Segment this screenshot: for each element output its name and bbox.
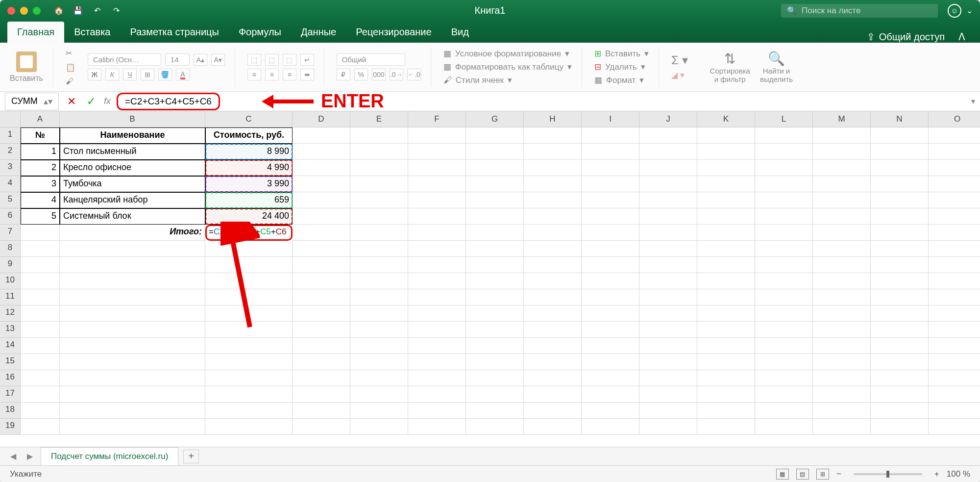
row-header[interactable]: 1 (0, 127, 21, 144)
zoom-in-icon[interactable]: + (934, 469, 939, 479)
spreadsheet-grid[interactable]: ABCDEFGHIJKLMNO1№НаименованиеСтоимость, … (0, 111, 980, 447)
cell[interactable] (871, 289, 929, 305)
align-left-icon[interactable]: ≡ (247, 69, 261, 80)
insert-cells-button[interactable]: ⊞ Вставить ▾ (594, 49, 649, 59)
percent-icon[interactable]: % (354, 69, 368, 80)
cancel-icon[interactable]: ✕ (65, 95, 78, 108)
italic-button[interactable]: К (105, 69, 119, 80)
cell[interactable] (60, 370, 205, 386)
format-cells-button[interactable]: ▦ Формат ▾ (594, 75, 649, 85)
cell[interactable] (929, 208, 980, 225)
cell[interactable] (205, 338, 293, 354)
cell[interactable] (408, 192, 466, 208)
cell[interactable] (293, 160, 350, 176)
cell[interactable] (929, 273, 980, 289)
cell[interactable] (293, 208, 350, 225)
cell[interactable] (350, 160, 408, 176)
cell[interactable] (60, 305, 205, 322)
column-header[interactable]: G (466, 111, 524, 127)
cell[interactable] (408, 370, 466, 386)
cell[interactable] (466, 386, 524, 403)
cell[interactable] (293, 305, 350, 322)
cell[interactable] (60, 289, 205, 305)
cell[interactable] (60, 386, 205, 403)
cell[interactable] (813, 192, 871, 208)
delete-cells-button[interactable]: ⊟ Удалить ▾ (594, 62, 649, 72)
align-right-icon[interactable]: ≡ (283, 69, 296, 80)
cell[interactable] (929, 241, 980, 257)
cell[interactable] (697, 176, 755, 192)
cell[interactable] (205, 354, 293, 370)
cell[interactable] (350, 370, 408, 386)
cell[interactable] (755, 176, 813, 192)
cell[interactable] (813, 160, 871, 176)
cell[interactable] (813, 419, 871, 435)
cell[interactable] (813, 241, 871, 257)
cell[interactable]: 24 400 (205, 208, 293, 225)
page-layout-view-icon[interactable]: ▤ (796, 469, 809, 480)
cell[interactable] (697, 338, 755, 354)
cell[interactable] (60, 403, 205, 419)
cell[interactable]: Итого: (60, 225, 205, 241)
cell[interactable] (205, 305, 293, 322)
cell[interactable] (582, 322, 639, 338)
cell[interactable] (60, 338, 205, 354)
formula-input[interactable]: =C2+C3+C4+C5+C6 (117, 93, 220, 110)
cell[interactable]: Наименование (60, 127, 205, 144)
cell[interactable] (755, 370, 813, 386)
comma-icon[interactable]: 000 (372, 69, 386, 80)
cell[interactable] (697, 225, 755, 241)
cell[interactable] (524, 338, 582, 354)
cell[interactable] (639, 192, 697, 208)
cell[interactable] (293, 241, 350, 257)
cell[interactable] (293, 192, 350, 208)
cell[interactable] (639, 208, 697, 225)
cell[interactable] (871, 241, 929, 257)
share-button[interactable]: ⇪ Общий доступ ᐱ (859, 31, 973, 43)
cell[interactable] (929, 176, 980, 192)
cell[interactable] (755, 225, 813, 241)
cell[interactable] (60, 241, 205, 257)
cell[interactable] (639, 419, 697, 435)
cell[interactable] (350, 354, 408, 370)
cell[interactable] (871, 127, 929, 144)
cell[interactable] (697, 289, 755, 305)
cell[interactable] (697, 305, 755, 322)
row-header[interactable]: 12 (0, 305, 21, 322)
cell[interactable] (871, 305, 929, 322)
cell[interactable] (639, 176, 697, 192)
cell[interactable] (813, 225, 871, 241)
cell[interactable] (582, 192, 639, 208)
search-input[interactable] (802, 6, 932, 16)
cell[interactable] (697, 241, 755, 257)
row-header[interactable]: 4 (0, 176, 21, 192)
cell[interactable] (755, 257, 813, 273)
cell[interactable] (408, 354, 466, 370)
cell[interactable] (350, 322, 408, 338)
row-header[interactable]: 16 (0, 370, 21, 386)
increase-decimal-icon[interactable]: .0→ (390, 69, 403, 80)
cell[interactable] (929, 305, 980, 322)
cell[interactable] (871, 322, 929, 338)
autosum-icon[interactable]: Σ ▾ (671, 53, 688, 67)
cell[interactable] (871, 192, 929, 208)
cell[interactable]: Кресло офисное (60, 160, 205, 176)
cell[interactable] (582, 257, 639, 273)
cell[interactable] (639, 225, 697, 241)
row-header[interactable]: 19 (0, 419, 21, 435)
row-header[interactable]: 8 (0, 241, 21, 257)
borders-icon[interactable]: ⊞ (141, 69, 154, 80)
number-format-select[interactable]: Общий (337, 53, 405, 66)
add-sheet-button[interactable]: + (183, 450, 199, 463)
column-header[interactable]: A (21, 111, 60, 127)
cell[interactable] (639, 257, 697, 273)
cell[interactable] (350, 305, 408, 322)
cell[interactable] (408, 322, 466, 338)
cell[interactable] (21, 338, 60, 354)
cell[interactable] (21, 386, 60, 403)
cell[interactable] (755, 127, 813, 144)
cell[interactable] (350, 257, 408, 273)
cell[interactable] (350, 403, 408, 419)
column-header[interactable]: E (350, 111, 408, 127)
cell[interactable]: 2 (21, 160, 60, 176)
